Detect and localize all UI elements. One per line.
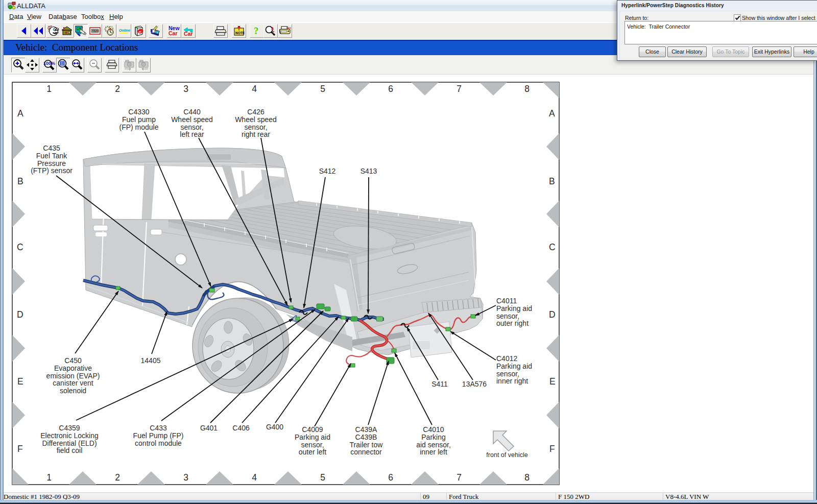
svg-text:2: 2 [115, 472, 120, 483]
svg-text:5: 5 [320, 472, 325, 483]
svg-text:8: 8 [524, 472, 530, 483]
svg-text:7: 7 [456, 84, 462, 94]
svg-text:?: ? [253, 27, 258, 37]
svg-text:FAX: FAX [286, 27, 291, 30]
svg-text:4: 4 [252, 84, 257, 94]
svg-text:C4012Parking aidsensor,inner r: C4012Parking aidsensor,inner right [496, 354, 532, 385]
svg-text:C4011Parking aidsensor,outer r: C4011Parking aidsensor,outer right [496, 297, 532, 327]
svg-text:C: C [549, 242, 556, 252]
svg-text:C4009Parking aidsensor,outer l: C4009Parking aidsensor,outer left [295, 425, 330, 456]
svg-text:S411: S411 [431, 380, 448, 388]
svg-text:C440Wheel speedsensor,left rea: C440Wheel speedsensor,left rear [171, 108, 213, 138]
svg-text:B: B [549, 176, 555, 186]
svg-text:C435Fuel TankPressure(FTP) sen: C435Fuel TankPressure(FTP) sensor [31, 144, 73, 175]
svg-text:14405: 14405 [141, 356, 161, 365]
svg-text:3: 3 [183, 472, 188, 483]
svg-text:S413: S413 [361, 167, 377, 175]
svg-text:C450Evaporativeemission (EVAP): C450Evaporativeemission (EVAP)canister v… [46, 356, 100, 395]
svg-text:G400: G400 [266, 423, 283, 431]
svg-text:A: A [549, 108, 555, 118]
svg-text:3: 3 [183, 84, 188, 94]
svg-text:1: 1 [46, 84, 52, 94]
svg-text:C4010Parkingaid sensor,inner l: C4010Parkingaid sensor,inner left [416, 425, 451, 456]
svg-text:D: D [17, 309, 23, 320]
svg-text:A: A [17, 108, 23, 118]
svg-text:front of vehicle: front of vehicle [486, 451, 527, 459]
svg-text:1: 1 [46, 472, 52, 483]
svg-text:4: 4 [252, 472, 257, 483]
svg-text:C406: C406 [232, 424, 250, 432]
svg-text:7: 7 [456, 472, 462, 483]
svg-text:7520: 7520 [91, 29, 99, 33]
svg-text:Car: Car [184, 31, 193, 37]
svg-text:C426Wheel speedsensor,right re: C426Wheel speedsensor,right rear [235, 108, 277, 138]
svg-text:C439AC439BTrailer towconnector: C439AC439BTrailer towconnector [350, 425, 383, 456]
svg-text:D: D [549, 309, 556, 320]
svg-text:S412: S412 [319, 167, 336, 175]
svg-text:NOTE: NOTE [235, 31, 245, 35]
svg-text:F: F [549, 444, 555, 454]
svg-text:5: 5 [320, 84, 325, 94]
svg-text:C: C [17, 242, 23, 252]
svg-text:C4330Fuel pump(FP) module: C4330Fuel pump(FP) module [119, 108, 158, 131]
svg-text:6: 6 [388, 472, 393, 483]
svg-text:C4359Electronic LockingDiffere: C4359Electronic LockingDifferential (ELD… [40, 424, 99, 454]
svg-text:6: 6 [388, 84, 393, 94]
svg-text:13A576: 13A576 [462, 380, 487, 388]
svg-text:G401: G401 [200, 424, 218, 432]
svg-text:C433Fuel Pump (FP)control modu: C433Fuel Pump (FP)control module [133, 424, 184, 447]
svg-text:2: 2 [115, 84, 120, 94]
svg-text:E: E [17, 376, 23, 387]
svg-text:B: B [17, 176, 23, 186]
svg-text:Online: Online [119, 29, 130, 32]
svg-text:Z: Z [272, 30, 275, 35]
svg-text:F: F [17, 444, 23, 454]
svg-text:Car: Car [169, 30, 178, 36]
svg-text:8: 8 [524, 84, 530, 94]
svg-text:E: E [549, 376, 556, 387]
